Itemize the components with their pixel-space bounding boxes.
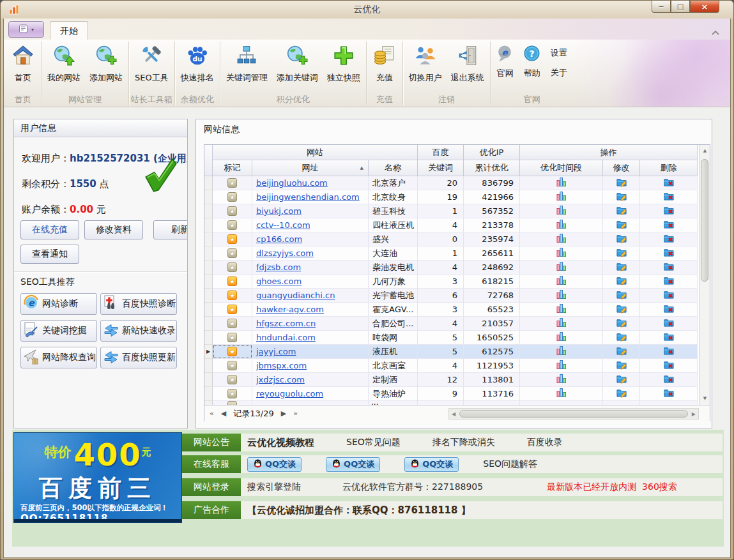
ribbon-collapse-button[interactable] — [711, 26, 721, 32]
maximize-button[interactable]: □ — [671, 1, 690, 13]
edit-button[interactable] — [603, 317, 640, 331]
delete-button[interactable] — [640, 387, 698, 401]
ribbon-button-snapshot[interactable]: 独立快照 — [323, 42, 365, 85]
ribbon-button-my-sites[interactable]: 我的网站 — [43, 42, 85, 85]
edit-button[interactable] — [603, 387, 640, 401]
delete-button[interactable] — [640, 373, 698, 387]
site-link[interactable]: fdjzsb.com — [252, 262, 301, 272]
edit-button[interactable] — [603, 232, 640, 246]
ribbon-button-keyword-manage[interactable]: 关键词管理 — [222, 42, 272, 85]
period-stats-button[interactable] — [520, 176, 603, 190]
delete-button[interactable] — [640, 246, 698, 261]
titlebar[interactable]: 云优化 ─ □ × — [1, 1, 733, 19]
site-link[interactable]: dlzszyjys.com — [252, 248, 314, 258]
mark-cell[interactable]: ★ — [213, 359, 252, 373]
ribbon-small-button-1[interactable]: 设置 — [551, 47, 567, 59]
site-link[interactable]: guangyudianchi.cn — [252, 291, 335, 300]
site-link[interactable]: jbmspx.com — [252, 361, 307, 370]
delete-button[interactable] — [640, 289, 698, 303]
delete-button[interactable] — [640, 218, 698, 232]
ribbon-button-official-site[interactable]: e官网 — [492, 42, 519, 80]
edit-button[interactable] — [603, 204, 640, 218]
delete-button[interactable] — [640, 331, 698, 345]
site-link[interactable]: cctv--10.com — [252, 220, 310, 230]
tool-button-ie[interactable]: e网站诊断 — [20, 293, 97, 315]
ribbon-button-add-keyword[interactable]: 添加关键词 — [272, 42, 323, 85]
mark-cell[interactable]: ★ — [213, 345, 252, 359]
edit-button[interactable] — [603, 303, 640, 317]
tool-button-keyword-dig[interactable]: 关键词挖掘 — [20, 320, 97, 342]
edit-button[interactable] — [603, 359, 640, 373]
view-notice-button[interactable]: 查看通知 — [20, 245, 79, 264]
mark-cell[interactable]: ★ — [213, 204, 252, 218]
qq-chat-button-2[interactable]: QQ交谈 — [326, 457, 380, 472]
announcement-link-4[interactable]: 百度收录 — [527, 437, 563, 448]
delete-button[interactable] — [640, 359, 698, 373]
column-header-url[interactable]: 网址▲ — [252, 160, 369, 176]
delete-button[interactable] — [640, 176, 698, 190]
period-stats-button[interactable] — [520, 359, 603, 373]
delete-button[interactable] — [640, 232, 698, 246]
site-link[interactable]: hfgszc.com.cn — [252, 319, 316, 328]
mark-cell[interactable]: ★ — [213, 232, 252, 246]
ribbon-button-switch-user[interactable]: 切换用户 — [404, 42, 447, 85]
column-header-edit[interactable]: 修改 — [603, 160, 640, 176]
period-stats-button[interactable] — [520, 275, 603, 289]
announcement-link-2[interactable]: SEO常见问题 — [346, 437, 401, 448]
ribbon-button-help[interactable]: ?帮助 — [519, 42, 546, 80]
mark-cell[interactable]: ★ — [213, 303, 252, 317]
app-menu-button[interactable]: ▾ — [8, 21, 44, 38]
group-header-site[interactable]: 网站 — [213, 145, 418, 160]
pager-first-button[interactable]: « — [210, 409, 214, 418]
edit-button[interactable] — [603, 275, 640, 289]
ribbon-button-recharge[interactable]: 充值 — [368, 42, 401, 85]
site-link[interactable]: ghoes.com — [252, 276, 302, 286]
mark-cell[interactable]: ★ — [213, 246, 252, 261]
qq-chat-button-1[interactable]: QQ交谈 — [247, 457, 302, 472]
period-stats-button[interactable] — [520, 303, 603, 317]
tool-button-snapshot-update[interactable]: 百度快照更新 — [100, 347, 177, 368]
mark-cell[interactable]: ★ — [213, 317, 252, 331]
period-stats-button[interactable] — [520, 218, 603, 232]
edit-button[interactable] — [603, 190, 640, 204]
edit-button[interactable] — [603, 331, 640, 345]
pager-next-button[interactable]: ▶ — [281, 409, 286, 418]
seo-answer-text[interactable]: SEO问题解答 — [483, 458, 537, 470]
mark-cell[interactable]: ★ — [213, 289, 252, 303]
online-recharge-button[interactable]: 在线充值 — [20, 220, 79, 239]
announcement-link-1[interactable]: 云优化视频教程 — [247, 437, 314, 449]
site-link[interactable]: biyukj.com — [252, 206, 302, 216]
ribbon-small-button-2[interactable]: 关于 — [551, 67, 567, 79]
horizontal-scrollbar[interactable]: ◀ ▶ — [448, 408, 699, 420]
tool-button-snapshot-diagnose[interactable]: 百度快照诊断 — [100, 293, 177, 315]
pager-prev-button[interactable]: ◀ — [221, 409, 226, 418]
site-link[interactable]: hawker-agv.com — [252, 305, 324, 314]
hscroll-right-icon[interactable]: ▶ — [689, 411, 698, 417]
ribbon-button-seo-tools[interactable]: SEO工具 — [130, 42, 173, 85]
column-header-name[interactable]: 名称 — [369, 160, 418, 176]
tool-button-downgrade-check[interactable]: 网站降权查询 — [20, 347, 97, 368]
tab-start[interactable]: 开始 — [50, 21, 88, 40]
period-stats-button[interactable] — [520, 317, 603, 331]
mark-cell[interactable]: ★ — [213, 176, 252, 190]
vertical-scrollbar[interactable]: ▲ ▼ — [699, 145, 710, 405]
period-stats-button[interactable] — [520, 331, 603, 345]
mark-cell[interactable]: ★ — [213, 387, 252, 401]
delete-button[interactable] — [640, 261, 698, 275]
period-stats-button[interactable] — [520, 204, 603, 218]
group-header-ip[interactable]: 优化IP — [464, 145, 520, 160]
mark-cell[interactable]: ★ — [213, 218, 252, 232]
group-header-actions[interactable]: 操作 — [520, 145, 698, 160]
site-link[interactable]: cp166.com — [252, 234, 302, 244]
pager-last-button[interactable]: » — [293, 409, 298, 418]
period-stats-button[interactable] — [520, 345, 603, 359]
edit-button[interactable] — [603, 373, 640, 387]
hscrollbar-thumb[interactable] — [459, 410, 688, 418]
edit-button[interactable] — [603, 289, 640, 303]
delete-button[interactable] — [640, 190, 698, 204]
scrollbar-thumb[interactable] — [701, 159, 708, 282]
site-link[interactable]: jxdzjsc.com — [252, 375, 305, 384]
mark-cell[interactable]: ★ — [213, 275, 252, 289]
delete-button[interactable] — [640, 345, 698, 359]
period-stats-button[interactable] — [520, 373, 603, 387]
